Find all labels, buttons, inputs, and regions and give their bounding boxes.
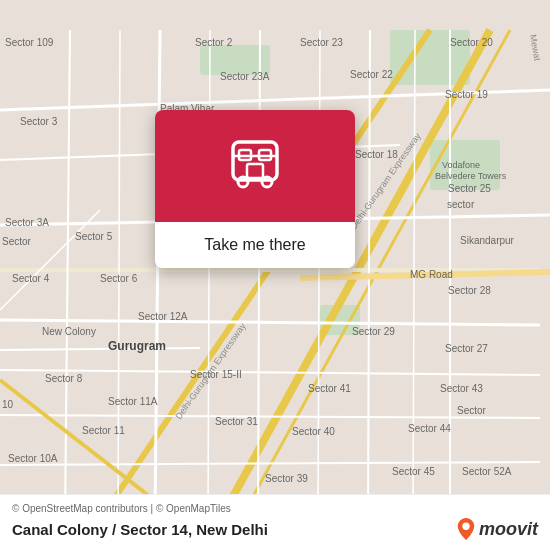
- svg-text:Vodafone: Vodafone: [442, 160, 480, 170]
- map-container: Sector 109 Sector 2 Sector 23 Sector 20 …: [0, 0, 550, 550]
- svg-text:Sector: Sector: [457, 405, 487, 416]
- svg-text:MG Road: MG Road: [410, 269, 453, 280]
- svg-rect-78: [247, 164, 263, 178]
- svg-text:Sector 10A: Sector 10A: [8, 453, 58, 464]
- svg-text:Sector 12A: Sector 12A: [138, 311, 188, 322]
- svg-point-80: [262, 177, 272, 187]
- moovit-pin-icon: [457, 518, 475, 540]
- destination-card: Take me there: [155, 110, 355, 268]
- svg-text:Sector 40: Sector 40: [292, 426, 335, 437]
- svg-text:Sector 5: Sector 5: [75, 231, 113, 242]
- svg-text:Sector 28: Sector 28: [448, 285, 491, 296]
- svg-text:Sector 11: Sector 11: [82, 425, 125, 436]
- svg-text:Sector 11A: Sector 11A: [108, 396, 158, 407]
- moovit-brand-label: moovit: [479, 519, 538, 540]
- svg-text:Sector 39: Sector 39: [265, 473, 308, 484]
- svg-text:Sector: Sector: [2, 236, 32, 247]
- svg-point-82: [462, 523, 469, 530]
- svg-text:Sector 18: Sector 18: [355, 149, 398, 160]
- svg-text:Sector 3A: Sector 3A: [5, 217, 49, 228]
- svg-text:Sector 23A: Sector 23A: [220, 71, 270, 82]
- svg-text:Sector 25: Sector 25: [448, 183, 491, 194]
- svg-text:Sector 19: Sector 19: [445, 89, 488, 100]
- moovit-logo: moovit: [457, 518, 538, 540]
- bus-stop-icon: [223, 134, 287, 198]
- svg-text:Sector 4: Sector 4: [12, 273, 50, 284]
- card-header: [155, 110, 355, 222]
- svg-text:Sector 44: Sector 44: [408, 423, 451, 434]
- svg-text:Sector 22: Sector 22: [350, 69, 393, 80]
- svg-text:Belvedere Towers: Belvedere Towers: [435, 171, 507, 181]
- svg-text:Sector 31: Sector 31: [215, 416, 258, 427]
- svg-text:Sector 20: Sector 20: [450, 37, 493, 48]
- bottom-bar: © OpenStreetMap contributors | © OpenMap…: [0, 494, 550, 550]
- svg-text:Sector 3: Sector 3: [20, 116, 58, 127]
- take-me-there-button[interactable]: Take me there: [155, 222, 355, 268]
- svg-text:Sector 29: Sector 29: [352, 326, 395, 337]
- svg-point-79: [238, 177, 248, 187]
- svg-text:10: 10: [2, 399, 14, 410]
- location-name: Canal Colony / Sector 14, New Delhi: [12, 521, 268, 538]
- svg-text:Sector 109: Sector 109: [5, 37, 54, 48]
- attribution-text: © OpenStreetMap contributors | © OpenMap…: [12, 503, 538, 514]
- svg-text:Gurugram: Gurugram: [108, 339, 166, 353]
- svg-text:sector: sector: [447, 199, 475, 210]
- svg-text:New Colony: New Colony: [42, 326, 96, 337]
- svg-text:Sector 41: Sector 41: [308, 383, 351, 394]
- svg-text:Sector 45: Sector 45: [392, 466, 435, 477]
- svg-text:Sector 52A: Sector 52A: [462, 466, 512, 477]
- svg-text:Sector 6: Sector 6: [100, 273, 138, 284]
- svg-text:Sector 8: Sector 8: [45, 373, 83, 384]
- svg-text:Sector 43: Sector 43: [440, 383, 483, 394]
- svg-text:Sector 2: Sector 2: [195, 37, 233, 48]
- svg-text:Sector 27: Sector 27: [445, 343, 488, 354]
- svg-text:Sector 23: Sector 23: [300, 37, 343, 48]
- svg-text:Sikandarpur: Sikandarpur: [460, 235, 515, 246]
